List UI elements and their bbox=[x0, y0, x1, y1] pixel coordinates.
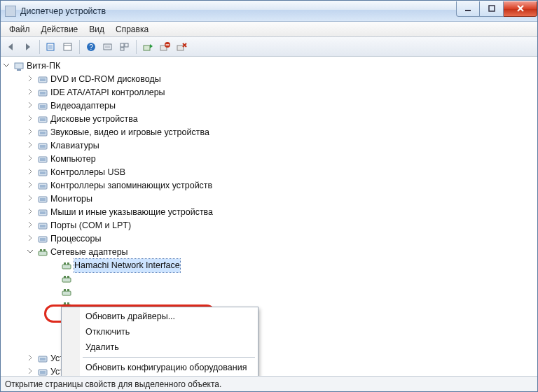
category-node[interactable]: Контроллеры запоминающих устройств bbox=[26, 179, 536, 192]
svg-rect-43 bbox=[40, 225, 46, 227]
expand-icon[interactable] bbox=[26, 220, 34, 229]
category-node[interactable]: Компьютер bbox=[26, 153, 536, 166]
category-node[interactable]: Мониторы bbox=[26, 192, 536, 206]
svg-rect-48 bbox=[43, 249, 46, 251]
expand-icon[interactable] bbox=[26, 88, 34, 96]
svg-rect-53 bbox=[64, 276, 66, 278]
separator bbox=[136, 40, 137, 54]
svg-rect-1 bbox=[489, 6, 495, 11]
uninstall-button[interactable] bbox=[174, 39, 189, 55]
svg-rect-56 bbox=[64, 289, 66, 291]
device-category-icon bbox=[37, 74, 48, 85]
expand-icon[interactable] bbox=[26, 141, 34, 149]
category-label: Звуковые, видео и игровые устройства bbox=[50, 126, 209, 139]
menu-help[interactable]: Справка bbox=[110, 23, 154, 36]
category-node[interactable]: Порты (COM и LPT) bbox=[26, 219, 536, 232]
svg-rect-29 bbox=[40, 132, 46, 134]
expand-icon[interactable] bbox=[26, 367, 34, 375]
svg-rect-19 bbox=[17, 69, 21, 71]
collapse-icon[interactable] bbox=[26, 247, 34, 255]
category-node[interactable]: DVD и CD-ROM дисководы bbox=[26, 73, 536, 86]
device-label: Hamachi Network Interface bbox=[74, 259, 180, 272]
device-category-icon bbox=[37, 194, 48, 205]
svg-rect-9 bbox=[105, 46, 110, 48]
computer-icon bbox=[13, 61, 25, 72]
update-driver-button[interactable] bbox=[140, 39, 156, 55]
close-button[interactable] bbox=[504, 1, 537, 17]
category-label: Контроллеры USB bbox=[50, 166, 125, 179]
svg-rect-54 bbox=[67, 276, 69, 278]
menubar: Файл Действие Вид Справка bbox=[1, 22, 537, 37]
category-node[interactable]: Мыши и иные указывающие устройства bbox=[26, 206, 536, 219]
category-node[interactable]: Клавиатуры bbox=[26, 139, 536, 153]
category-node[interactable]: Контроллеры USB bbox=[26, 166, 536, 179]
category-node[interactable]: IDE ATA/ATAPI контроллеры bbox=[26, 86, 536, 99]
disable-button[interactable] bbox=[157, 39, 172, 55]
svg-rect-60 bbox=[67, 302, 69, 304]
device-network-adapter[interactable]: item bbox=[50, 286, 536, 299]
svg-rect-45 bbox=[40, 238, 46, 241]
expand-icon[interactable] bbox=[26, 74, 34, 83]
ctx-remove[interactable]: Удалить bbox=[63, 340, 256, 355]
help-button[interactable]: ? bbox=[83, 39, 99, 55]
svg-rect-10 bbox=[120, 43, 124, 47]
forward-button[interactable] bbox=[20, 39, 36, 55]
expand-icon[interactable] bbox=[26, 181, 34, 189]
view-button[interactable] bbox=[117, 39, 132, 55]
menu-action[interactable]: Действие bbox=[36, 23, 84, 36]
category-node[interactable]: Видеоадаптеры bbox=[26, 99, 536, 113]
svg-rect-55 bbox=[62, 291, 71, 295]
device-hamachi[interactable]: Hamachi Network Interface bbox=[50, 259, 536, 272]
device-tree[interactable]: Витя-ПК DVD и CD-ROM дисководыIDE ATA/AT… bbox=[1, 57, 537, 376]
properties-button[interactable] bbox=[60, 39, 76, 55]
menu-view[interactable]: Вид bbox=[83, 23, 110, 36]
expand-icon[interactable] bbox=[26, 207, 34, 216]
collapse-icon[interactable] bbox=[2, 61, 11, 69]
statusbar: Открытие страницы свойств для выделенног… bbox=[1, 376, 537, 391]
ctx-scan[interactable]: Обновить конфигурацию оборудования bbox=[63, 360, 256, 375]
svg-rect-31 bbox=[40, 145, 46, 148]
svg-rect-39 bbox=[40, 198, 46, 201]
svg-rect-11 bbox=[125, 43, 128, 47]
svg-rect-47 bbox=[40, 249, 42, 251]
separator bbox=[83, 357, 255, 358]
expand-icon[interactable] bbox=[26, 127, 34, 136]
separator bbox=[39, 40, 40, 54]
svg-rect-23 bbox=[40, 92, 46, 94]
svg-rect-59 bbox=[64, 302, 66, 304]
maximize-button[interactable] bbox=[480, 1, 504, 17]
svg-rect-18 bbox=[15, 63, 23, 69]
expand-icon[interactable] bbox=[26, 101, 34, 109]
expand-icon[interactable] bbox=[26, 234, 34, 242]
category-node[interactable]: Процессоры bbox=[26, 232, 536, 246]
toolbar: ? bbox=[1, 37, 537, 57]
category-label: Порты (COM и LPT) bbox=[50, 219, 131, 232]
category-node[interactable]: Звуковые, видео и игровые устройства bbox=[26, 126, 536, 139]
ctx-update-drivers[interactable]: Обновить драйверы... bbox=[63, 309, 256, 324]
category-node[interactable]: Дисковые устройства bbox=[26, 113, 536, 126]
titlebar[interactable]: Диспетчер устройств bbox=[1, 1, 537, 22]
minimize-button[interactable] bbox=[456, 1, 480, 17]
svg-rect-57 bbox=[67, 289, 69, 291]
category-label: Мыши и иные указывающие устройства bbox=[50, 206, 213, 219]
network-adapter-icon bbox=[61, 260, 72, 272]
show-hidden-button[interactable] bbox=[43, 39, 59, 55]
device-category-icon bbox=[37, 114, 48, 125]
scan-button[interactable] bbox=[100, 39, 116, 55]
category-label: Компьютер bbox=[50, 153, 96, 166]
expand-icon[interactable] bbox=[26, 354, 34, 362]
svg-rect-37 bbox=[40, 185, 46, 188]
back-button[interactable] bbox=[4, 39, 19, 55]
category-label: Видеоадаптеры bbox=[50, 99, 116, 113]
menu-file[interactable]: Файл bbox=[4, 23, 36, 36]
expand-icon[interactable] bbox=[26, 154, 34, 162]
category-label: Сетевые адаптеры bbox=[50, 246, 128, 259]
expand-icon[interactable] bbox=[26, 167, 34, 176]
device-network-adapter[interactable]: item bbox=[50, 272, 536, 286]
svg-rect-21 bbox=[40, 78, 46, 81]
device-category-icon bbox=[37, 154, 48, 165]
expand-icon[interactable] bbox=[26, 114, 34, 122]
expand-icon[interactable] bbox=[26, 194, 34, 202]
ctx-disable[interactable]: Отключить bbox=[63, 324, 256, 340]
device-category-icon bbox=[37, 354, 48, 365]
